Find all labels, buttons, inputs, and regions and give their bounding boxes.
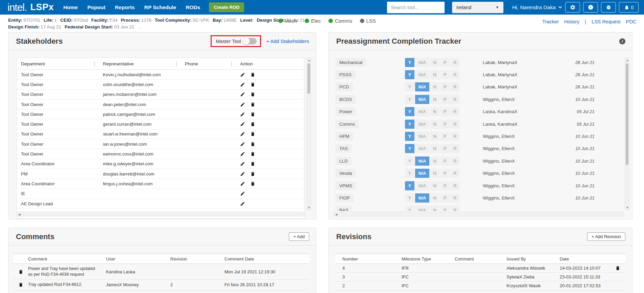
edit-icon[interactable] [240,181,245,186]
status-option-y[interactable]: Y [405,206,414,211]
status-option-p[interactable]: P [440,156,450,166]
status-option-p[interactable]: P [440,58,450,67]
edit-icon[interactable] [240,201,245,206]
delete-icon[interactable] [250,122,255,127]
status-option-p[interactable]: P [440,82,450,91]
scroll-left-arrow[interactable]: ◀ [334,212,339,217]
status-option-p[interactable]: P [440,132,450,141]
status-option-n[interactable]: N [430,144,439,153]
scroll-up-arrow[interactable]: ▲ [307,58,312,63]
edit-icon[interactable] [240,151,245,156]
status-option-r[interactable]: R [450,144,460,153]
delete-icon[interactable] [615,266,625,271]
status-option-n[interactable]: N [430,132,439,141]
nav-link-home[interactable]: Home [63,4,78,11]
edit-icon[interactable] [240,191,245,196]
create-rod-button[interactable]: Create ROD [209,2,244,12]
scroll-up-arrow[interactable]: ▲ [625,58,630,63]
stakeholders-vertical-scrollbar[interactable]: ▲ ▼ [306,58,311,210]
info-link-tracker[interactable]: Tracker [542,19,559,24]
column-menu-icon[interactable]: ⋮ [172,61,181,66]
edit-icon[interactable] [240,82,245,87]
edit-icon[interactable] [240,102,245,107]
status-option-n[interactable]: N [430,206,439,211]
status-option-r[interactable]: R [450,156,460,166]
search-input[interactable] [387,2,445,13]
delete-icon[interactable] [250,92,255,97]
status-option-y[interactable]: Y [405,156,414,166]
status-option-n[interactable]: N [430,156,439,166]
status-option-n-a[interactable]: N/A [415,144,429,153]
status-option-n-a[interactable]: N/A [415,70,429,79]
info-expand-ellipsis[interactable]: ... [137,24,143,29]
status-option-p[interactable]: P [440,193,450,203]
status-option-y[interactable]: Y [405,181,414,190]
add-revision-button[interactable]: + Add Revision [587,232,625,241]
status-option-r[interactable]: R [450,58,460,67]
delete-icon[interactable] [250,171,255,176]
status-option-r[interactable]: R [450,169,460,178]
status-option-p[interactable]: P [440,70,450,79]
status-option-n-a[interactable]: N/A [415,169,429,178]
scrollbar-thumb[interactable] [307,63,310,94]
status-option-p[interactable]: P [440,95,450,104]
status-option-y[interactable]: Y [405,58,414,67]
nav-link-rp-schedule[interactable]: RP Schedule [144,4,176,11]
status-option-p[interactable]: P [440,144,450,153]
master-tool-toggle[interactable] [243,38,257,44]
stakeholders-horizontal-scrollbar[interactable]: ◀ [17,212,305,216]
tracker-horizontal-scrollbar[interactable]: ◀ [334,212,623,216]
status-option-n[interactable]: N [430,58,439,67]
column-menu-icon[interactable]: ⋮ [227,61,236,66]
delete-icon[interactable] [250,82,255,87]
status-option-y[interactable]: Y [405,70,414,79]
add-comment-button[interactable]: + Add [289,232,309,241]
delete-icon[interactable] [250,142,255,147]
edit-icon[interactable] [240,131,245,137]
status-option-n[interactable]: N [430,169,439,178]
scroll-left-arrow[interactable]: ◀ [17,212,22,217]
scroll-down-arrow[interactable]: ▼ [307,205,312,210]
edit-icon[interactable] [240,112,245,117]
info-link-poc[interactable]: POC [626,19,637,24]
status-option-n-a[interactable]: N/A [415,181,429,190]
delete-icon[interactable] [13,282,28,287]
nav-link-rods[interactable]: RODs [186,4,200,11]
status-option-n[interactable]: N [430,82,439,91]
status-option-n-a[interactable]: N/A [415,95,429,104]
status-option-y[interactable]: Y [405,95,414,104]
status-option-n-a[interactable]: N/A [415,120,429,129]
delete-icon[interactable] [250,131,255,137]
status-option-y[interactable]: Y [405,82,414,91]
status-option-n-a[interactable]: N/A [415,107,429,116]
scrollbar-thumb[interactable] [626,63,628,165]
status-option-n[interactable]: N [430,120,439,129]
edit-icon[interactable] [240,142,245,147]
user-greeting[interactable]: Hi, Narendra Daka [512,4,562,11]
notifications-button[interactable]: 0 [619,2,639,13]
edit-icon[interactable] [240,92,245,97]
status-option-p[interactable]: P [440,181,450,190]
nav-link-reports[interactable]: Reports [115,4,135,11]
status-option-y[interactable]: Y [405,107,414,116]
status-option-p[interactable]: P [440,120,450,129]
status-option-r[interactable]: R [450,181,460,190]
status-option-r[interactable]: R [450,120,460,129]
status-option-r[interactable]: R [450,193,460,203]
info-link-history[interactable]: History [564,19,579,24]
add-stakeholders-link[interactable]: + Add Stakeholders [266,39,309,44]
edit-icon[interactable] [240,122,245,127]
settings-button[interactable] [565,2,580,13]
info-button[interactable] [583,2,598,13]
delete-icon[interactable] [250,112,255,117]
edit-icon[interactable] [240,72,245,77]
edit-icon[interactable] [240,161,245,166]
nav-link-popout[interactable]: Popout [87,4,105,11]
status-option-y[interactable]: Y [405,169,414,178]
status-option-p[interactable]: P [440,107,450,116]
scroll-down-arrow[interactable]: ▼ [625,205,630,210]
status-option-n[interactable]: N [430,181,439,190]
status-option-r[interactable]: R [450,82,460,91]
status-option-r[interactable]: R [450,95,460,104]
status-option-n-a[interactable]: N/A [415,58,429,67]
